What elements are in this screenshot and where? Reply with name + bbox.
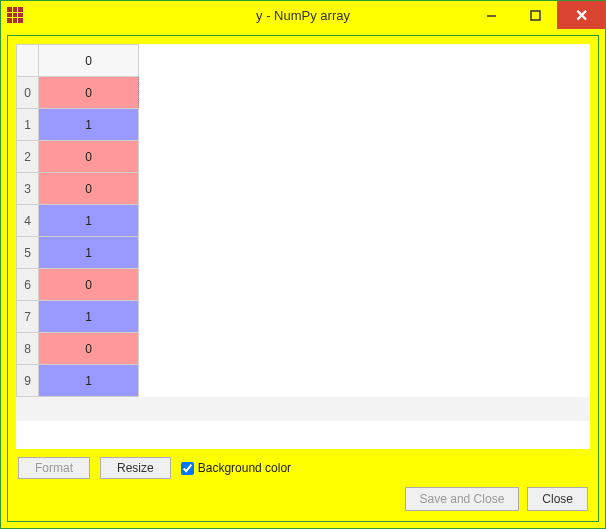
cell[interactable]: 0 [39,269,139,301]
table-row[interactable]: 11 [17,109,139,141]
svg-rect-1 [531,11,540,20]
row-header[interactable]: 4 [17,205,39,237]
row-header[interactable]: 9 [17,365,39,397]
cell[interactable]: 1 [39,301,139,333]
cell[interactable]: 0 [39,77,139,109]
row-header[interactable]: 8 [17,333,39,365]
minimize-button[interactable] [469,1,513,29]
row-header[interactable]: 3 [17,173,39,205]
cell[interactable]: 0 [39,173,139,205]
cell[interactable]: 1 [39,205,139,237]
row-header[interactable]: 0 [17,77,39,109]
grid-gutter [16,397,590,421]
client-area: 0 00112030415160718091 Format Resize Bac… [7,35,599,522]
column-header-0[interactable]: 0 [39,45,139,77]
maximize-button[interactable] [513,1,557,29]
titlebar[interactable]: y - NumPy array ✕ [1,1,605,29]
close-button[interactable]: Close [527,487,588,511]
table-row[interactable]: 20 [17,141,139,173]
row-header[interactable]: 5 [17,237,39,269]
resize-button[interactable]: Resize [100,457,171,479]
minimize-icon [486,10,497,21]
grid-corner [17,45,39,77]
row-header[interactable]: 7 [17,301,39,333]
table-row[interactable]: 91 [17,365,139,397]
bgcolor-text: Background color [198,461,291,475]
array-grid-container: 0 00112030415160718091 [16,44,590,449]
maximize-icon [530,10,541,21]
footer: Save and Close Close [16,483,590,513]
cell[interactable]: 1 [39,237,139,269]
row-header[interactable]: 6 [17,269,39,301]
table-row[interactable]: 71 [17,301,139,333]
window-title: y - NumPy array [256,8,350,23]
bgcolor-checkbox[interactable] [181,462,194,475]
window-controls: ✕ [469,1,605,29]
cell[interactable]: 0 [39,141,139,173]
table-row[interactable]: 51 [17,237,139,269]
cell[interactable]: 0 [39,333,139,365]
close-icon: ✕ [575,6,588,25]
window-frame: y - NumPy array ✕ 0 0011203041 [0,0,606,529]
table-row[interactable]: 60 [17,269,139,301]
save-and-close-button[interactable]: Save and Close [405,487,520,511]
table-row[interactable]: 30 [17,173,139,205]
row-header[interactable]: 1 [17,109,39,141]
cell[interactable]: 1 [39,109,139,141]
app-grid-icon [7,7,23,23]
bgcolor-checkbox-label[interactable]: Background color [181,461,291,475]
close-window-button[interactable]: ✕ [557,1,605,29]
array-grid[interactable]: 0 00112030415160718091 [16,44,139,397]
row-header[interactable]: 2 [17,141,39,173]
format-button[interactable]: Format [18,457,90,479]
table-row[interactable]: 41 [17,205,139,237]
toolbar: Format Resize Background color [16,449,590,483]
table-row[interactable]: 00 [17,77,139,109]
cell[interactable]: 1 [39,365,139,397]
table-row[interactable]: 80 [17,333,139,365]
